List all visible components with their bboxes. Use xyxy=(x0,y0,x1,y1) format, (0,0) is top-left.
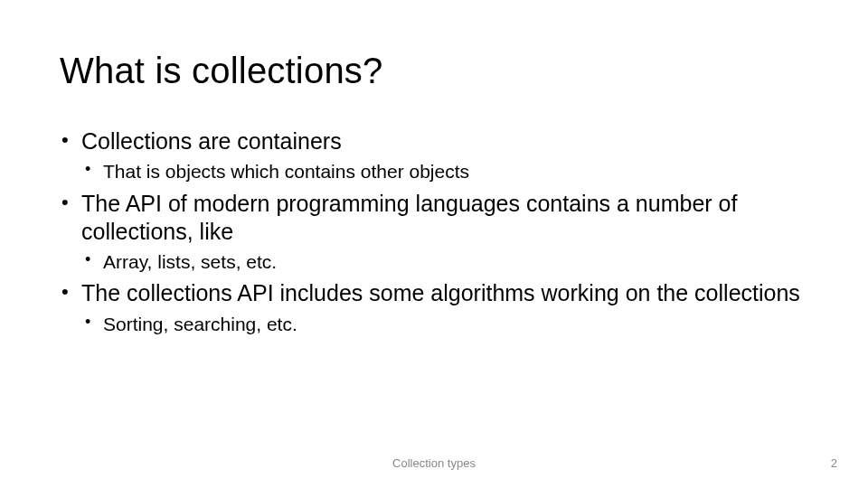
sub-bullet-list: Sorting, searching, etc. xyxy=(81,312,808,336)
bullet-text: Collections are containers xyxy=(81,128,342,154)
sub-bullet-item: Sorting, searching, etc. xyxy=(81,312,808,336)
bullet-item: The API of modern programming languages … xyxy=(60,190,808,275)
bullet-text: The API of modern programming languages … xyxy=(81,191,737,244)
sub-bullet-text: Sorting, searching, etc. xyxy=(103,314,297,334)
bullet-text: The collections API includes some algori… xyxy=(81,280,800,305)
bullet-list: Collections are containers That is objec… xyxy=(60,127,808,336)
slide-title: What is collections? xyxy=(60,51,808,91)
sub-bullet-text: That is objects which contains other obj… xyxy=(103,161,469,182)
sub-bullet-list: Array, lists, sets, etc. xyxy=(81,249,808,274)
slide: What is collections? Collections are con… xyxy=(0,0,868,488)
bullet-item: The collections API includes some algori… xyxy=(60,279,808,336)
page-number: 2 xyxy=(831,456,837,470)
sub-bullet-item: Array, lists, sets, etc. xyxy=(81,249,808,274)
sub-bullet-item: That is objects which contains other obj… xyxy=(81,159,808,183)
bullet-item: Collections are containers That is objec… xyxy=(60,127,808,184)
footer-title: Collection types xyxy=(0,456,868,470)
sub-bullet-text: Array, lists, sets, etc. xyxy=(103,251,277,272)
sub-bullet-list: That is objects which contains other obj… xyxy=(81,159,808,183)
